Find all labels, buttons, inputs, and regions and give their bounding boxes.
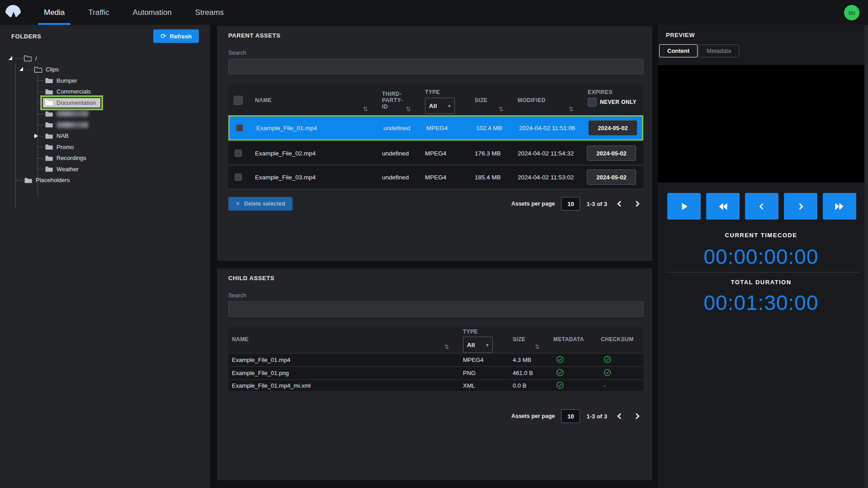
assets-per-page-input[interactable] xyxy=(561,197,580,211)
parent-asset-row-selected[interactable]: Example_File_01.mp4 undefined MPEG4 102.… xyxy=(228,115,643,141)
sort-icon[interactable]: ⇅ xyxy=(535,343,540,350)
nav-tab-traffic-label: Traffic xyxy=(88,8,109,17)
delete-selected-button[interactable]: × Delete selected xyxy=(228,197,292,211)
child-asset-row[interactable]: Example_File_01.mp4_mi.xml XML 0.0 B - xyxy=(228,379,643,392)
page-prev-button[interactable] xyxy=(613,198,625,210)
child-asset-row[interactable]: Example_File_01.mp4 MPEG4 4.3 MB xyxy=(228,353,643,366)
tree-item-documentation-selected[interactable]: Documentation xyxy=(0,97,210,108)
asset-size: 185.4 MB xyxy=(468,174,511,181)
asset-third-party-id: undefined xyxy=(377,125,420,131)
rewind-button[interactable] xyxy=(706,193,740,220)
child-table-header: NAME ⇅ TYPE All ▾ SIZE ⇅ METADATA CHECKS… xyxy=(228,326,643,353)
col-header-size[interactable]: SIZE ⇅ xyxy=(468,85,511,115)
tree-item-bumper[interactable]: Bumper xyxy=(0,75,210,86)
tree-item-weather[interactable]: Weather xyxy=(0,164,210,175)
step-forward-button[interactable] xyxy=(784,193,817,220)
expires-date-button[interactable]: 2024-05-02 xyxy=(587,169,636,185)
redacted-folder-label xyxy=(57,122,88,128)
child-assets-table: NAME ⇅ TYPE All ▾ SIZE ⇅ METADATA CHECKS… xyxy=(228,326,643,392)
step-back-button[interactable] xyxy=(745,193,778,220)
scrollbar[interactable] xyxy=(864,25,868,488)
sort-icon[interactable]: ⇅ xyxy=(444,343,449,350)
asset-size: 0.0 B xyxy=(506,382,547,389)
asset-size: 176.3 MB xyxy=(468,150,511,157)
total-duration-label: TOTAL DURATION xyxy=(658,279,864,286)
expires-date-button[interactable]: 2024-05-02 xyxy=(587,145,636,161)
checksum-ok-icon xyxy=(604,356,611,363)
tree-item-redacted[interactable] xyxy=(0,108,210,120)
sort-icon[interactable]: ⇅ xyxy=(499,106,504,113)
child-asset-row[interactable]: Example_File_01.png PNG 461.0 B xyxy=(228,366,643,379)
type-filter-select[interactable]: All ▾ xyxy=(425,98,455,114)
col-header-third-party-id[interactable]: THIRD-PARTY-ID ⇅ xyxy=(375,85,418,115)
tree-item-clips[interactable]: Clips xyxy=(0,64,210,75)
tree-item-redacted[interactable] xyxy=(0,119,210,131)
checksum-missing: - xyxy=(594,382,643,389)
col-header-modified[interactable]: MODIFIED ⇅ xyxy=(511,85,581,115)
asset-type: MPEG4 xyxy=(418,150,468,157)
select-all-checkbox[interactable] xyxy=(234,96,243,105)
user-avatar[interactable]: su xyxy=(844,5,859,20)
col-header-name[interactable]: NAME ⇅ xyxy=(228,326,457,353)
child-search-input[interactable] xyxy=(228,301,643,317)
assets-per-page-input[interactable] xyxy=(561,409,580,423)
asset-name: Example_File_03.mp4 xyxy=(248,174,375,181)
folder-label: Weather xyxy=(57,166,79,173)
tree-item-promo[interactable]: Promo xyxy=(0,141,210,153)
play-button[interactable] xyxy=(667,193,701,220)
asset-name: Example_File_01.mp4_mi.xml xyxy=(228,382,457,389)
tab-metadata[interactable]: Metadata xyxy=(698,44,739,57)
expander-open-icon[interactable] xyxy=(9,56,12,60)
tree-item-placeholders[interactable]: Placeholders xyxy=(0,175,210,186)
sort-icon[interactable]: ⇅ xyxy=(569,106,574,113)
parent-asset-row[interactable]: Example_File_02.mp4 undefined MPEG4 176.… xyxy=(228,141,643,164)
fast-forward-button[interactable] xyxy=(823,193,856,220)
divider xyxy=(666,272,859,272)
pagination-range: 1-3 of 3 xyxy=(586,201,607,207)
metadata-ok-icon xyxy=(556,356,564,363)
folder-label: NAB xyxy=(57,132,69,139)
folder-label: Clips xyxy=(46,66,59,73)
tree-item-nab[interactable]: NAB xyxy=(0,131,210,142)
row-checkbox[interactable] xyxy=(235,150,242,157)
nav-tab-automation[interactable]: Automation xyxy=(127,0,178,25)
nav-tabs: Media Traffic Automation Streams xyxy=(38,0,241,25)
parent-asset-row[interactable]: Example_File_03.mp4 undefined MPEG4 185.… xyxy=(228,164,643,188)
row-checkbox[interactable] xyxy=(236,124,243,131)
tree-item-root[interactable]: / xyxy=(0,53,210,64)
parent-search-input[interactable] xyxy=(228,59,643,74)
tree-item-recordings[interactable]: Recordings xyxy=(0,153,210,164)
expander-open-icon[interactable] xyxy=(19,67,23,71)
expires-date-button[interactable]: 2024-05-02 xyxy=(588,120,637,136)
col-header-type: TYPE All ▾ xyxy=(418,85,468,115)
sort-icon[interactable]: ⇅ xyxy=(363,106,368,113)
selected-folder-highlight[interactable]: Documentation xyxy=(42,97,101,108)
preview-tabs: Content Metadata xyxy=(659,44,864,57)
asset-size: 461.0 B xyxy=(506,370,547,376)
tab-content[interactable]: Content xyxy=(659,44,698,57)
child-pagination: Assets per page 1-3 of 3 xyxy=(511,409,643,423)
page-prev-button[interactable] xyxy=(613,410,625,422)
playback-controls xyxy=(667,193,856,220)
page-next-button[interactable] xyxy=(632,410,643,422)
preview-panel: PREVIEW Content Metadata CURRENT TIMECOD… xyxy=(658,25,864,488)
col-header-name[interactable]: NAME ⇅ xyxy=(248,85,375,115)
col-header-size[interactable]: SIZE ⇅ xyxy=(506,326,547,353)
row-checkbox[interactable] xyxy=(235,174,242,181)
sort-icon[interactable]: ⇅ xyxy=(406,106,411,113)
delete-selected-label: Delete selected xyxy=(244,201,285,207)
folder-label: Placeholders xyxy=(36,177,70,183)
tab-metadata-label: Metadata xyxy=(707,47,731,54)
never-only-checkbox[interactable] xyxy=(588,98,597,107)
child-assets-title: CHILD ASSETS xyxy=(217,268,652,282)
nav-tab-media[interactable]: Media xyxy=(38,0,71,25)
nav-tab-streams[interactable]: Streams xyxy=(189,0,230,25)
folder-label: Bumper xyxy=(57,77,77,84)
refresh-icon: ⟳ xyxy=(160,32,166,40)
expander-closed-icon[interactable] xyxy=(34,134,38,138)
type-filter-select[interactable]: All ▾ xyxy=(463,337,493,353)
refresh-button[interactable]: ⟳ Refresh xyxy=(153,29,199,43)
page-next-button[interactable] xyxy=(632,198,643,210)
tree-item-commercials[interactable]: Commercials xyxy=(0,86,210,98)
nav-tab-traffic[interactable]: Traffic xyxy=(82,0,115,25)
